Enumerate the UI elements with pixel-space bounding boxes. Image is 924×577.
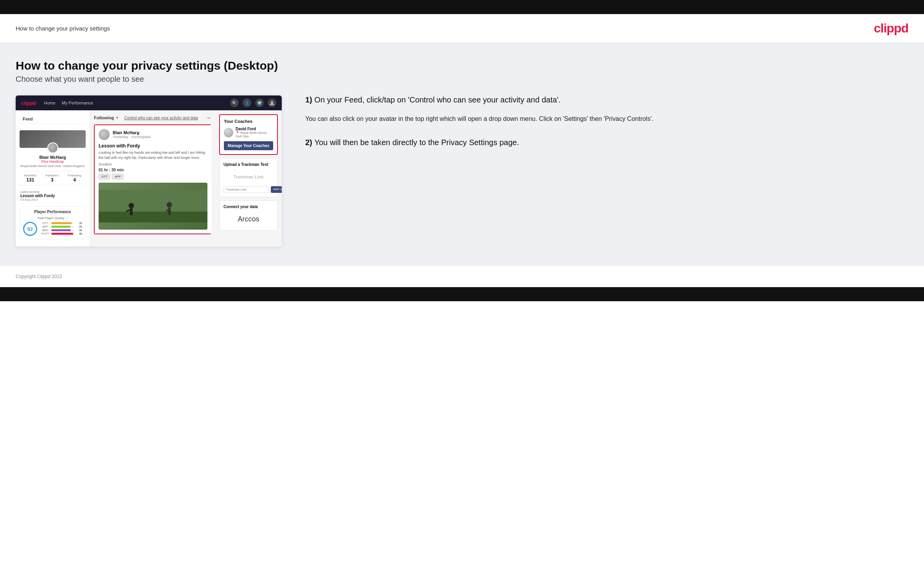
nav-item-performance[interactable]: My Performance (62, 101, 94, 105)
demo-section: clippd Home My Performance 🔍 👤 🌍 (16, 95, 908, 246)
article-title: How to change your privacy settings (Des… (16, 59, 908, 72)
tpq-bars: OTT 90 APP 85 (40, 222, 82, 236)
app-screenshot: clippd Home My Performance 🔍 👤 🌍 (16, 95, 282, 246)
stat-followers: Followers 3 (45, 174, 59, 183)
app-sidebar: Feed Blair McHarg Plus Handicap Royal No… (16, 110, 90, 246)
tpq-row: 92 OTT 90 APP (23, 222, 82, 236)
profile-stats: Activities 131 Followers 3 Following 4 (20, 171, 86, 185)
connect-card: Connect your data Arccos (219, 200, 278, 231)
coaches-title: Your Coaches (224, 119, 273, 124)
instruction-2-number: 2) You will then be taken directly to th… (305, 138, 901, 147)
trackman-input[interactable] (223, 186, 269, 193)
nav-item-home[interactable]: Home (44, 101, 55, 105)
post-tags: OTT APP (99, 174, 207, 180)
player-performance-card: Player Performance Total Player Quality … (20, 206, 86, 239)
following-label: Following (68, 174, 81, 177)
coach-info: David Ford 📍 Royal North Devon Golf Club (236, 127, 273, 138)
post-meta: Yesterday · Sunningdale (113, 135, 151, 139)
main-content: How to change your privacy settings (Des… (0, 43, 924, 266)
instruction-1-number: 1) On your Feed, click/tap on 'Control w… (305, 95, 901, 104)
trackman-card: Upload a Trackman Test Trackman Link Add… (219, 158, 278, 197)
app-nav: clippd Home My Performance 🔍 👤 🌍 (16, 95, 282, 110)
app-logo: clippd (21, 100, 36, 106)
arrow-right-icon: → (205, 114, 211, 121)
search-icon[interactable]: 🔍 (230, 99, 239, 107)
coach-avatar (224, 128, 233, 137)
stat-activities: Activities 131 (24, 174, 37, 183)
tag-app: APP (112, 174, 124, 180)
coaches-card: Your Coaches David Ford 📍 Royal North De… (220, 115, 277, 154)
following-button[interactable]: Following ▼ (94, 115, 119, 120)
connect-title: Connect your data (223, 205, 274, 209)
site-footer: Copyright Clippd 2022 (0, 266, 924, 287)
tpq-bar-app: APP 85 (40, 225, 82, 228)
tpq-bar-arg: ARG 86 (40, 229, 82, 232)
profile-club: Royal North Devon Golf Club, United King… (20, 164, 86, 168)
feed-post: Blair McHarg Yesterday · Sunningdale Les… (95, 125, 211, 234)
post-user-avatar (99, 129, 110, 140)
coach-name: David Ford (236, 127, 273, 131)
trackman-title: Upload a Trackman Test (223, 162, 274, 167)
tpq-label: Total Player Quality ⓘ (23, 216, 82, 220)
instruction-1-extra: You can also click on your avatar in the… (305, 114, 901, 124)
instruction-2: 2) You will then be taken directly to th… (305, 138, 901, 147)
post-image (99, 183, 207, 230)
app-right-panel: Your Coaches David Ford 📍 Royal North De… (215, 110, 282, 246)
user-icon[interactable]: 👤 (243, 99, 251, 107)
latest-activity-label: Latest Activity (20, 190, 85, 194)
latest-date: 03 Aug 2022 (20, 198, 85, 201)
trackman-input-row: Add Link (223, 186, 274, 193)
post-user-info: Blair McHarg Yesterday · Sunningdale (113, 130, 151, 139)
latest-activity-name: Lesson with Fordy (20, 194, 85, 198)
profile-subtitle: Plus Handicap (20, 160, 86, 164)
tpq-bar-ott: OTT 90 (40, 222, 82, 225)
avatar-icon[interactable] (268, 99, 276, 107)
tpq-score: 92 (23, 222, 37, 236)
followers-value: 3 (45, 177, 59, 183)
app-feed: Following ▼ Control who can see your act… (90, 110, 215, 246)
post-duration-value: 01 hr : 30 min (99, 168, 207, 172)
stat-following: Following 4 (68, 174, 81, 183)
following-value: 4 (68, 177, 81, 183)
post-header: Blair McHarg Yesterday · Sunningdale (99, 129, 207, 140)
page-title: How to change your privacy settings (16, 25, 110, 32)
post-body: Looking to feel like my hands are exitin… (99, 150, 207, 160)
post-user-name: Blair McHarg (113, 130, 151, 135)
copyright-text: Copyright Clippd 2022 (16, 274, 62, 279)
instructions-panel: 1) On your Feed, click/tap on 'Control w… (297, 95, 908, 161)
globe-icon[interactable]: 🌍 (255, 99, 264, 107)
coaches-highlight-box: Your Coaches David Ford 📍 Royal North De… (219, 114, 278, 155)
privacy-control-link[interactable]: Control who can see your activity and da… (124, 116, 198, 120)
feed-tab[interactable]: Feed (20, 114, 86, 124)
post-title: Lesson with Fordy (99, 143, 207, 149)
svg-point-6 (167, 202, 172, 208)
feed-controls: Following ▼ Control who can see your act… (94, 114, 211, 121)
post-duration: Duration (99, 162, 207, 166)
article-subheading: Choose what you want people to see (16, 75, 908, 84)
coach-item: David Ford 📍 Royal North Devon Golf Club (224, 127, 273, 138)
manage-coaches-button[interactable]: Manage Your Coaches (224, 141, 273, 150)
app-body: Feed Blair McHarg Plus Handicap Royal No… (16, 110, 282, 246)
followers-label: Followers (45, 174, 59, 177)
add-link-button[interactable]: Add Link (271, 186, 282, 193)
pp-title: Player Performance (23, 210, 82, 214)
coach-club: 📍 Royal North Devon Golf Club (236, 131, 273, 138)
bottom-bar (0, 287, 924, 301)
nav-icons: 🔍 👤 🌍 (230, 99, 276, 107)
activities-label: Activities (24, 174, 37, 177)
clippd-logo: clippd (874, 21, 908, 36)
nav-items: Home My Performance (44, 101, 222, 105)
tpq-bar-putt: PUTT 96 (40, 232, 82, 235)
profile-section: Blair McHarg Plus Handicap Royal North D… (20, 127, 86, 243)
arccos-brand: Arccos (223, 212, 274, 226)
profile-banner (20, 130, 86, 148)
site-header: How to change your privacy settings clip… (0, 14, 924, 43)
instruction-1: 1) On your Feed, click/tap on 'Control w… (305, 95, 901, 124)
latest-activity-section: Latest Activity Lesson with Fordy 03 Aug… (20, 189, 86, 203)
activities-value: 131 (24, 177, 37, 183)
profile-avatar-img (47, 142, 58, 153)
profile-name: Blair McHarg (20, 155, 86, 160)
top-bar (0, 0, 924, 14)
chevron-down-icon: ▼ (115, 116, 119, 120)
highlight-border: Blair McHarg Yesterday · Sunningdale Les… (94, 124, 211, 234)
